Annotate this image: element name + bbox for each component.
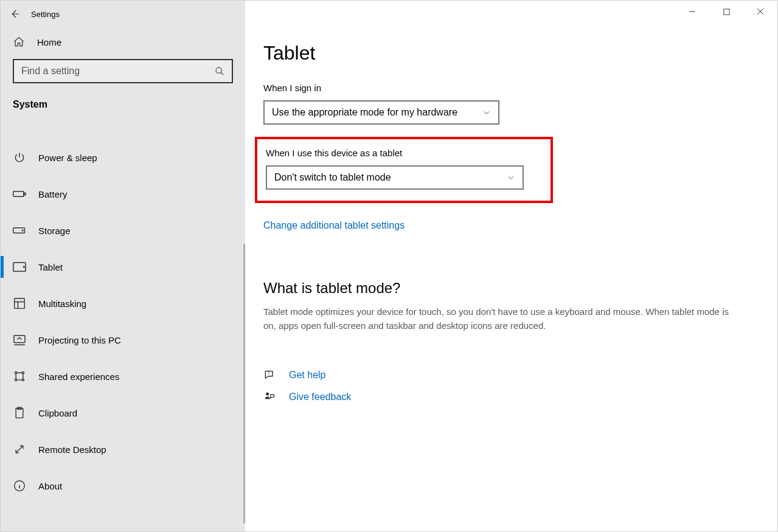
sidebar-item-label: About — [38, 481, 62, 491]
svg-point-11 — [15, 379, 17, 381]
sidebar-item-label: Clipboard — [38, 408, 77, 418]
chevron-down-icon — [507, 173, 515, 182]
shared-icon — [13, 370, 26, 383]
sidebar-header: Settings — [1, 1, 245, 25]
nav: Power & sleep Battery Storage Tablet — [1, 139, 245, 504]
sidebar-item-label: Shared experiences — [38, 371, 119, 382]
sidebar-item-label: Tablet — [38, 262, 63, 272]
page-title: Tablet — [263, 42, 753, 64]
sidebar-item-clipboard[interactable]: Clipboard — [1, 395, 245, 431]
svg-point-12 — [22, 379, 24, 381]
search-input[interactable] — [20, 65, 214, 77]
info-heading: What is tablet mode? — [263, 280, 753, 297]
home-icon — [13, 36, 25, 48]
svg-text:?: ? — [267, 370, 269, 376]
sidebar: Settings Home System Power & sleep — [1, 1, 245, 531]
signin-label: When I sign in — [263, 83, 753, 93]
search-box[interactable] — [13, 59, 233, 83]
sidebar-item-label: Home — [37, 37, 61, 47]
device-label: When I use this device as a tablet — [266, 148, 531, 158]
svg-rect-2 — [24, 193, 26, 195]
svg-point-10 — [22, 372, 24, 374]
help-icon: ? — [263, 369, 276, 381]
give-feedback-link[interactable]: Give feedback — [289, 392, 351, 402]
sidebar-item-label: Remote Desktop — [38, 444, 106, 455]
app-title: Settings — [29, 10, 60, 19]
sidebar-item-label: Projecting to this PC — [38, 335, 121, 345]
svg-rect-8 — [14, 336, 25, 343]
sidebar-item-battery[interactable]: Battery — [1, 176, 245, 212]
signin-select-value: Use the appropriate mode for my hardware — [272, 107, 457, 118]
svg-point-9 — [15, 372, 17, 374]
about-icon — [13, 479, 26, 492]
main-content: Tablet When I sign in Use the appropriat… — [245, 1, 777, 531]
battery-icon — [13, 187, 26, 201]
sidebar-item-multitasking[interactable]: Multitasking — [1, 285, 245, 322]
sidebar-item-label: Storage — [38, 226, 71, 236]
arrow-left-icon — [9, 9, 20, 19]
sidebar-item-shared-experiences[interactable]: Shared experiences — [1, 358, 245, 395]
sidebar-item-home[interactable]: Home — [1, 25, 245, 59]
signin-select[interactable]: Use the appropriate mode for my hardware — [263, 100, 499, 125]
sidebar-item-projecting[interactable]: Projecting to this PC — [1, 322, 245, 358]
storage-icon — [13, 224, 26, 237]
maximize-button[interactable] — [709, 1, 743, 22]
remote-desktop-icon — [13, 443, 26, 456]
change-tablet-settings-link[interactable]: Change additional tablet settings — [263, 220, 405, 231]
svg-rect-16 — [723, 9, 729, 14]
search-icon — [214, 65, 226, 77]
chevron-down-icon — [482, 108, 491, 117]
sidebar-item-label: Multitasking — [38, 299, 86, 309]
svg-point-0 — [216, 67, 221, 73]
projecting-icon — [13, 333, 26, 347]
search-wrap — [1, 59, 245, 99]
svg-rect-1 — [13, 192, 24, 196]
close-icon — [757, 8, 764, 15]
sidebar-item-about[interactable]: About — [1, 468, 245, 504]
sidebar-item-storage[interactable]: Storage — [1, 212, 245, 249]
svg-rect-7 — [15, 299, 25, 309]
give-feedback-row[interactable]: Give feedback — [263, 391, 753, 403]
feedback-icon — [263, 391, 276, 403]
window-controls — [675, 1, 777, 22]
svg-point-4 — [22, 230, 23, 231]
multitasking-icon — [13, 297, 26, 310]
help-links: ? Get help Give feedback — [263, 369, 753, 403]
svg-point-6 — [24, 266, 25, 268]
device-select-value: Don't switch to tablet mode — [274, 172, 391, 183]
sidebar-item-label: Power & sleep — [38, 153, 97, 163]
minimize-button[interactable] — [675, 1, 709, 22]
clipboard-icon — [13, 406, 26, 420]
svg-point-18 — [266, 393, 269, 396]
tablet-icon — [13, 260, 26, 274]
back-button[interactable] — [1, 2, 29, 26]
device-select[interactable]: Don't switch to tablet mode — [266, 165, 524, 190]
get-help-row[interactable]: ? Get help — [263, 369, 753, 381]
close-button[interactable] — [743, 1, 777, 22]
section-title: System — [1, 99, 245, 121]
sidebar-item-tablet[interactable]: Tablet — [1, 249, 245, 285]
power-icon — [13, 151, 26, 164]
sidebar-item-label: Battery — [38, 189, 68, 199]
info-body: Tablet mode optimizes your device for to… — [263, 305, 738, 333]
maximize-icon — [723, 9, 730, 15]
sidebar-item-remote-desktop[interactable]: Remote Desktop — [1, 431, 245, 468]
highlight-annotation: When I use this device as a tablet Don't… — [255, 137, 553, 203]
sidebar-item-power-sleep[interactable]: Power & sleep — [1, 139, 245, 176]
minimize-icon — [689, 8, 696, 15]
get-help-link[interactable]: Get help — [289, 370, 325, 381]
